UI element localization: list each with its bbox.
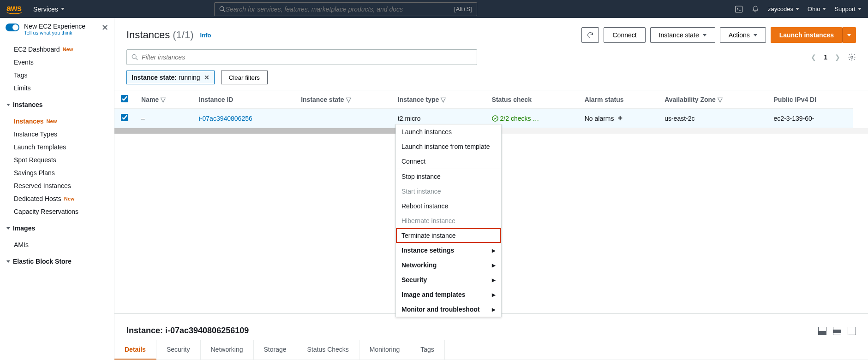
add-alarm-icon[interactable]: +	[618, 113, 623, 123]
col-instance-state[interactable]: Instance state▽	[294, 90, 391, 109]
sidebar-images-heading[interactable]: Images	[0, 221, 114, 236]
page-prev[interactable]: ❮	[811, 53, 816, 61]
col-alarm-status[interactable]: Alarm status	[578, 90, 658, 109]
remove-token-icon[interactable]: ✕	[204, 74, 210, 81]
sidebar-reserved-instances[interactable]: Reserved Instances	[14, 179, 114, 192]
services-menu[interactable]: Services	[33, 6, 65, 13]
sidebar-spot-requests[interactable]: Spot Requests	[14, 153, 114, 166]
col-instance-id[interactable]: Instance ID	[192, 90, 294, 109]
tab-monitoring[interactable]: Monitoring	[359, 340, 410, 360]
detail-panel: ═ Instance: i-07ac3940806256109 Details …	[114, 313, 868, 360]
tab-storage[interactable]: Storage	[254, 340, 297, 360]
col-instance-type[interactable]: Instance type▽	[391, 90, 485, 109]
info-link[interactable]: Info	[200, 32, 211, 39]
ctx-launch-instances[interactable]: Launch instances	[396, 124, 501, 139]
sidebar-savings-plans[interactable]: Savings Plans	[14, 166, 114, 179]
cell-name: –	[135, 109, 192, 128]
sidebar: New EC2 Experience Tell us what you thin…	[0, 18, 114, 360]
svg-point-5	[851, 56, 853, 59]
row-checkbox[interactable]	[121, 114, 128, 121]
sidebar-instances-heading[interactable]: Instances	[0, 97, 114, 112]
new-experience-banner: New EC2 Experience Tell us what you thin…	[0, 18, 114, 40]
instance-state-menu[interactable]: Instance state	[650, 27, 715, 43]
support-menu[interactable]: Support	[834, 6, 862, 12]
connect-button[interactable]: Connect	[604, 27, 645, 43]
ctx-launch-from-template[interactable]: Launch instance from template	[396, 139, 501, 154]
svg-line-1	[223, 10, 225, 12]
sidebar-limits[interactable]: Limits	[14, 82, 114, 94]
ctx-reboot-instance[interactable]: Reboot instance	[396, 199, 501, 213]
account-menu[interactable]: zaycodes	[768, 6, 799, 12]
new-experience-feedback-link[interactable]: Tell us what you think	[24, 30, 85, 35]
col-public-dns[interactable]: Public IPv4 DI	[767, 90, 853, 109]
cell-status-check: 2/2 checks …	[492, 115, 572, 122]
check-circle-icon	[492, 115, 498, 122]
tab-security[interactable]: Security	[156, 340, 201, 360]
ctx-monitor-troubleshoot[interactable]: Monitor and troubleshoot▶	[396, 302, 501, 317]
clear-filters-button[interactable]: Clear filters	[221, 71, 268, 84]
col-az[interactable]: Availability Zone▽	[658, 90, 767, 109]
aws-logo[interactable]: aws	[6, 4, 22, 14]
refresh-button[interactable]	[581, 27, 599, 43]
select-all-checkbox[interactable]	[121, 95, 128, 102]
ctx-instance-settings[interactable]: Instance settings▶	[396, 243, 501, 258]
content: Instances (1/1) Info Connect Instance st…	[114, 18, 868, 360]
sidebar-tags[interactable]: Tags	[14, 69, 114, 82]
ctx-stop-instance[interactable]: Stop instance	[396, 169, 501, 184]
sidebar-instances[interactable]: Instances New	[14, 115, 114, 128]
col-name[interactable]: Name▽	[135, 90, 192, 109]
page-title: Instances (1/1)	[126, 29, 194, 41]
filter-instances-input-wrap[interactable]	[126, 49, 477, 65]
tab-status-checks[interactable]: Status Checks	[297, 340, 359, 360]
col-status-check[interactable]: Status check	[485, 90, 578, 109]
actions-menu[interactable]: Actions	[720, 27, 766, 43]
panel-layout-full-icon[interactable]	[848, 327, 856, 335]
sidebar-amis[interactable]: AMIs	[14, 238, 114, 251]
panel-layout-split-icon[interactable]	[833, 327, 841, 335]
page-number: 1	[824, 53, 827, 61]
instance-context-menu: Launch instances Launch instance from te…	[395, 124, 502, 317]
cell-az: us-east-2c	[658, 109, 767, 128]
gear-icon[interactable]	[848, 53, 856, 61]
svg-point-3	[132, 54, 136, 59]
sidebar-launch-templates[interactable]: Launch Templates	[14, 141, 114, 153]
instances-table: Name▽ Instance ID Instance state▽ Instan…	[114, 90, 853, 128]
cell-alarm-status: No alarms+	[585, 113, 652, 123]
sidebar-ebs-heading[interactable]: Elastic Block Store	[0, 254, 114, 269]
submenu-arrow-icon: ▶	[492, 277, 496, 283]
region-menu[interactable]: Ohio	[808, 6, 826, 12]
sidebar-events[interactable]: Events	[14, 56, 114, 69]
filter-instances-input[interactable]	[142, 53, 472, 61]
ctx-security[interactable]: Security▶	[396, 272, 501, 287]
global-search-input[interactable]	[226, 6, 454, 13]
bell-icon[interactable]	[751, 5, 760, 13]
global-search[interactable]: [Alt+S]	[214, 2, 477, 16]
sidebar-ec2-dashboard[interactable]: EC2 Dashboard New	[14, 43, 114, 56]
svg-point-0	[220, 6, 224, 11]
ctx-connect[interactable]: Connect	[396, 154, 501, 169]
page-next[interactable]: ❯	[835, 53, 840, 61]
close-icon[interactable]: ✕	[102, 23, 108, 33]
tab-details[interactable]: Details	[114, 340, 156, 360]
ctx-image-templates[interactable]: Image and templates▶	[396, 287, 501, 302]
refresh-icon	[587, 31, 594, 39]
svg-rect-2	[736, 6, 742, 12]
new-experience-toggle[interactable]	[6, 24, 19, 31]
submenu-arrow-icon: ▶	[492, 263, 496, 268]
filter-token-instance-state[interactable]: Instance state: running ✕	[126, 71, 215, 84]
ctx-networking[interactable]: Networking▶	[396, 258, 501, 272]
sidebar-capacity-reservations[interactable]: Capacity Reservations	[14, 205, 114, 218]
search-icon	[132, 54, 138, 60]
detail-panel-title: Instance: i-07ac3940806256109	[126, 326, 249, 336]
search-shortcut: [Alt+S]	[454, 6, 472, 12]
sidebar-instance-types[interactable]: Instance Types	[14, 128, 114, 141]
tab-networking[interactable]: Networking	[201, 340, 254, 360]
ctx-terminate-instance[interactable]: Terminate instance	[396, 228, 501, 243]
launch-instances-button[interactable]: Launch instances	[771, 27, 842, 43]
panel-layout-bottom-icon[interactable]	[818, 327, 826, 335]
sidebar-dedicated-hosts[interactable]: Dedicated Hosts New	[14, 192, 114, 205]
tab-tags[interactable]: Tags	[410, 340, 445, 360]
cloudshell-icon[interactable]	[735, 5, 743, 13]
launch-instances-dropdown[interactable]	[842, 27, 856, 43]
cell-instance-id-link[interactable]: i-07ac3940806256	[199, 115, 252, 122]
